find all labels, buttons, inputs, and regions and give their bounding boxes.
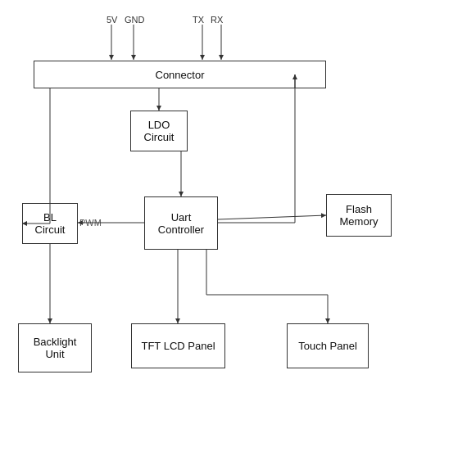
connector-label: Connector xyxy=(156,69,205,81)
uart-block: Uart Controller xyxy=(144,196,218,250)
flash-block: Flash Memory xyxy=(326,194,392,237)
pin-tx-label: TX xyxy=(193,15,204,25)
connector-block: Connector xyxy=(34,61,326,88)
ldo-block: LDO Circuit xyxy=(130,111,188,151)
touch-block: Touch Panel xyxy=(287,323,369,368)
bl-circuit-block: BL Circuit xyxy=(22,203,78,244)
bl-circuit-label: BL Circuit xyxy=(35,211,66,236)
block-diagram: 5V GND TX RX PWM Connector LDO Circuit B… xyxy=(0,0,476,465)
pin-gnd-label: GND xyxy=(125,15,144,25)
uart-label: Uart Controller xyxy=(158,211,204,236)
tft-label: TFT LCD Panel xyxy=(141,340,215,352)
backlight-label: Backlight Unit xyxy=(34,336,77,360)
pin-rx-label: RX xyxy=(211,15,223,25)
pin-5v-label: 5V xyxy=(107,15,117,25)
backlight-block: Backlight Unit xyxy=(18,323,92,372)
ldo-label: LDO Circuit xyxy=(144,119,175,143)
touch-label: Touch Panel xyxy=(298,340,357,352)
svg-line-13 xyxy=(218,215,326,219)
tft-block: TFT LCD Panel xyxy=(131,323,225,368)
pwm-label: PWM xyxy=(79,218,102,228)
flash-label: Flash Memory xyxy=(340,203,379,228)
